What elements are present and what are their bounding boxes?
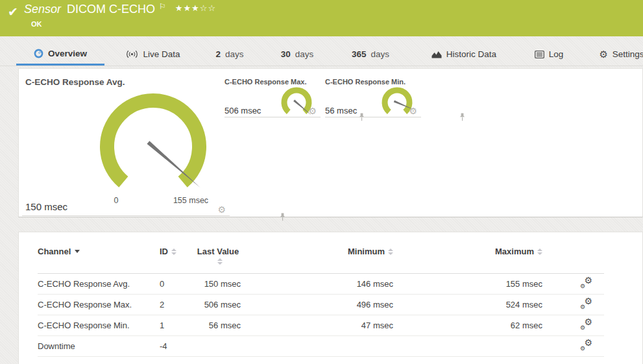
column-header-id[interactable]: ID xyxy=(160,247,195,274)
tab-365-days[interactable]: 365 days xyxy=(341,43,400,66)
gauge-scale-max: 155 msec xyxy=(162,196,220,205)
sort-icon xyxy=(537,249,542,255)
tab-30-days[interactable]: 30 days xyxy=(271,43,323,66)
pin-icon[interactable] xyxy=(280,213,285,221)
tab-overview-label: Overview xyxy=(48,49,87,58)
broadcast-icon xyxy=(126,50,138,58)
tab-settings-label: Settings xyxy=(613,49,643,59)
status-check-icon: ✔ xyxy=(8,5,18,19)
gauge-tile-response-avg: C-ECHO Response Avg. 0 155 msec 150 msec… xyxy=(22,74,230,216)
tab-30-days-label: days xyxy=(295,49,314,59)
gauge-scale-min: 0 xyxy=(110,196,123,205)
priority-stars[interactable]: ★★★☆☆ xyxy=(175,3,216,13)
tab-2-days-number: 2 xyxy=(215,49,221,59)
gauge-icon xyxy=(34,49,43,58)
table-row[interactable]: C-ECHO Response Avg. 0 150 msec 146 msec… xyxy=(38,274,604,295)
channel-name-cell: C-ECHO Response Avg. xyxy=(38,274,160,295)
tab-2-days[interactable]: 2 days xyxy=(206,43,253,66)
tab-log-label: Log xyxy=(549,49,564,59)
sort-icon xyxy=(171,249,176,255)
channel-minimum-cell: 146 msec xyxy=(241,274,393,295)
column-header-label: Channel xyxy=(38,247,71,256)
channels-panel: Channel ID Last Value Minimum Maximum xyxy=(18,232,643,364)
gauge-current-value: 56 msec xyxy=(325,106,357,115)
tab-historic-data[interactable]: Historic Data xyxy=(419,43,509,66)
channel-settings-icon[interactable]: ⚙⚙ xyxy=(580,319,592,330)
channel-name-cell: Downtime xyxy=(38,336,160,357)
tile-divider xyxy=(325,117,421,117)
column-header-label: Minimum xyxy=(348,247,385,256)
gauge-current-value: 506 msec xyxy=(224,106,261,115)
channel-id-cell: -4 xyxy=(160,336,195,357)
tab-overview[interactable]: Overview xyxy=(16,43,104,66)
sort-descending-icon xyxy=(75,250,80,253)
tab-live-data-label: Live Data xyxy=(143,49,180,59)
gauge-dial xyxy=(275,84,318,123)
channel-id-cell: 1 xyxy=(160,315,195,336)
sensor-kind-label: Sensor xyxy=(24,3,61,16)
channel-minimum-cell: 496 msec xyxy=(241,295,393,315)
gauge-current-value: 150 msec xyxy=(25,201,67,212)
channel-id-cell: 0 xyxy=(160,274,195,295)
tab-2-days-label: days xyxy=(225,49,244,59)
channel-last-value-cell: 150 msec xyxy=(195,274,241,295)
column-header-minimum[interactable]: Minimum xyxy=(241,247,393,274)
overview-gauges-panel: C-ECHO Response Avg. 0 155 msec 150 msec… xyxy=(18,68,643,217)
channel-settings-icon[interactable]: ⚙⚙ xyxy=(580,340,592,351)
channel-name-cell: C-ECHO Response Max. xyxy=(38,295,160,315)
gauge-settings-gear-icon[interactable]: ⚙ xyxy=(308,106,317,115)
channel-minimum-cell: 47 msec xyxy=(241,315,393,336)
tab-settings[interactable]: ⚙ Settings xyxy=(594,43,643,66)
table-row[interactable]: Downtime -4 ⚙⚙ xyxy=(38,336,604,357)
tab-historic-data-label: Historic Data xyxy=(446,49,496,59)
tile-divider xyxy=(22,215,230,216)
sensor-title: DICOM C-ECHO xyxy=(67,3,155,16)
area-chart-icon xyxy=(431,50,442,58)
column-header-label: ID xyxy=(160,247,168,256)
column-header-actions xyxy=(542,247,604,274)
log-icon xyxy=(535,51,544,58)
tab-bar: Overview Live Data 2 days 30 days 365 da… xyxy=(0,43,643,66)
column-header-maximum[interactable]: Maximum xyxy=(393,247,542,274)
tab-30-days-number: 30 xyxy=(281,49,291,59)
channels-table: Channel ID Last Value Minimum Maximum xyxy=(38,247,604,357)
gear-icon: ⚙ xyxy=(599,49,607,59)
tab-365-days-label: days xyxy=(371,49,390,59)
column-header-label: Maximum xyxy=(495,247,534,256)
tab-log[interactable]: Log xyxy=(526,43,572,66)
gauge-tile-response-min: C-ECHO Response Min. 56 msec ⚙ xyxy=(325,78,421,117)
channel-last-value-cell: 56 msec xyxy=(195,315,241,336)
table-row[interactable]: C-ECHO Response Min. 1 56 msec 47 msec 6… xyxy=(38,315,604,336)
channel-maximum-cell: 62 msec xyxy=(393,315,542,336)
tile-divider xyxy=(224,117,321,117)
channel-id-cell: 2 xyxy=(160,295,195,315)
sort-icon xyxy=(388,249,393,255)
pin-icon[interactable] xyxy=(459,113,465,121)
sort-icon xyxy=(217,258,223,265)
tab-365-days-number: 365 xyxy=(352,49,367,59)
gauge-settings-gear-icon[interactable]: ⚙ xyxy=(217,205,226,214)
gauge-tile-response-max: C-ECHO Response Max. 506 msec ⚙ xyxy=(224,78,321,117)
channel-name-cell: C-ECHO Response Min. xyxy=(38,315,160,336)
column-header-last-value[interactable]: Last Value xyxy=(195,247,241,274)
channel-maximum-cell: 155 msec xyxy=(393,274,542,295)
gauge-settings-gear-icon[interactable]: ⚙ xyxy=(409,106,417,115)
table-row[interactable]: C-ECHO Response Max. 2 506 msec 496 msec… xyxy=(38,295,604,315)
column-header-label: Last Value xyxy=(197,247,239,256)
flag-icon[interactable]: ⚐ xyxy=(159,2,166,11)
channel-minimum-cell xyxy=(241,336,393,357)
channel-settings-icon[interactable]: ⚙⚙ xyxy=(580,278,592,289)
column-header-channel[interactable]: Channel xyxy=(38,247,160,274)
table-header-row: Channel ID Last Value Minimum Maximum xyxy=(38,247,604,274)
gauge-dial xyxy=(376,84,419,123)
tab-live-data[interactable]: Live Data xyxy=(117,43,189,66)
channel-maximum-cell xyxy=(393,336,542,357)
status-badge: OK xyxy=(31,20,42,28)
channel-last-value-cell xyxy=(195,336,241,357)
sensor-status-banner: ✔ SensorDICOM C-ECHO⚐★★★☆☆ OK xyxy=(0,0,643,36)
channel-settings-icon[interactable]: ⚙⚙ xyxy=(580,298,592,309)
channel-maximum-cell: 524 msec xyxy=(393,295,542,315)
channel-last-value-cell: 506 msec xyxy=(195,295,241,315)
